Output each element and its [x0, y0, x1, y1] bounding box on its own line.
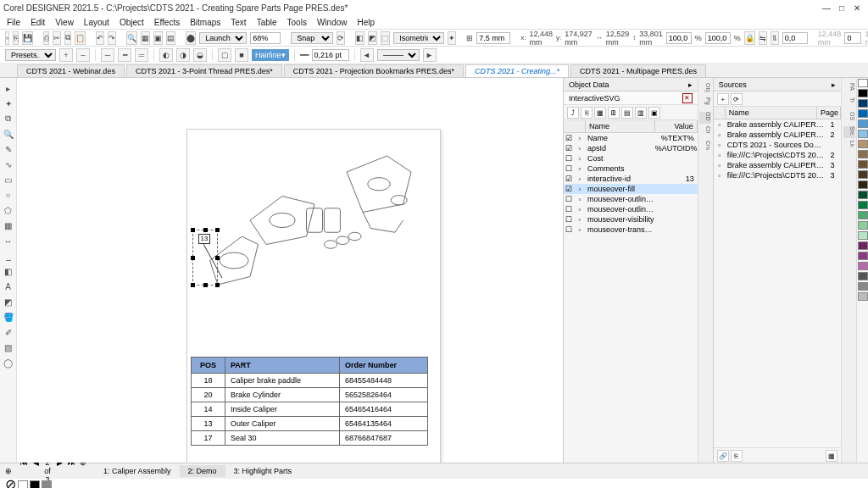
line-pattern[interactable]: ────	[377, 49, 420, 61]
src-refresh-icon[interactable]: ⟳	[731, 93, 743, 105]
color-swatch[interactable]	[858, 150, 868, 158]
table-row[interactable]: 13Outer Caliper65464135464	[192, 417, 428, 431]
no-color-icon[interactable]: ⊘	[5, 476, 16, 488]
object-data-row[interactable]: ☑ ▫ Name %TEXT%	[564, 133, 698, 143]
panel-close-icon[interactable]: ▸	[688, 80, 693, 89]
n1-input[interactable]	[844, 32, 861, 44]
object-data-row[interactable]: ☐ ▫ mouseover-outline-width	[564, 204, 698, 214]
object-data-row[interactable]: ☑ ▫ interactive-id 13	[564, 174, 698, 184]
menu-table[interactable]: Table	[257, 18, 277, 27]
tool-b-icon[interactable]: ▣	[153, 31, 163, 45]
presets-dropdown[interactable]: Presets...	[5, 49, 56, 61]
undo-icon[interactable]: ↶	[96, 31, 104, 45]
callout-tool-icon[interactable]: ◧	[2, 264, 15, 278]
docker-color[interactable]: Clr	[699, 126, 711, 138]
launch-dropdown[interactable]: Launch	[199, 32, 247, 44]
redo-icon[interactable]: ↷	[108, 31, 116, 45]
arrow-end-icon[interactable]: ►	[423, 48, 437, 62]
color-swatch[interactable]	[42, 480, 52, 489]
color-swatch[interactable]	[858, 180, 868, 189]
color-swatch[interactable]	[858, 170, 868, 179]
open-icon[interactable]: ⎘	[13, 31, 19, 45]
fill-solid-icon[interactable]: ■	[235, 48, 248, 62]
record-icon[interactable]: ⬤	[186, 31, 196, 45]
menu-layout[interactable]: Layout	[84, 18, 109, 27]
field-value[interactable]: 13	[655, 175, 698, 183]
menu-view[interactable]: View	[55, 18, 74, 27]
color-swatch[interactable]	[858, 211, 868, 219]
object-data-row[interactable]: ☐ ▫ mouseover-visibility	[564, 214, 698, 225]
arrow-start-icon[interactable]: ◄	[360, 48, 374, 62]
od-tool-4-icon[interactable]: 🗓	[608, 107, 620, 119]
zoom-input[interactable]	[250, 32, 281, 44]
refresh-icon[interactable]: ⟳	[337, 31, 345, 45]
color-swatch[interactable]	[858, 140, 868, 148]
checkbox[interactable]: ☑	[564, 144, 574, 152]
crop-tool-icon[interactable]: ⧉	[2, 112, 15, 125]
add-page-icon[interactable]: ⊕	[5, 467, 12, 475]
object-data-row[interactable]: ☐ ▫ Cost	[564, 153, 698, 164]
connector-tool-icon[interactable]: ⎯	[2, 249, 15, 263]
source-row[interactable]: ▫ Brake assembly CALIPER LIST.xls 2	[714, 130, 841, 140]
od-tool-6-icon[interactable]: ▥	[635, 107, 647, 119]
docker-projected-axes[interactable]: PA	[843, 83, 855, 95]
object-data-row[interactable]: ☐ ▫ Comments	[564, 164, 698, 174]
document-tab[interactable]: CDTS 2021 - Webinar.des	[17, 64, 125, 77]
rectangle-tool-icon[interactable]: ▭	[2, 173, 15, 186]
paste-icon[interactable]: 📋	[75, 31, 86, 45]
flip-h-icon[interactable]: ⇋	[759, 31, 767, 45]
document-tab[interactable]: CDTS 2021 - Multipage PRES.des	[570, 64, 706, 77]
line-style-2-icon[interactable]: ━	[118, 48, 131, 62]
maximize-button[interactable]: □	[834, 3, 849, 13]
field-value[interactable]: %TEXT%	[655, 134, 698, 142]
line-style-3-icon[interactable]: ═	[135, 48, 148, 62]
docker-links[interactable]: Lk	[843, 141, 855, 152]
color-swatch[interactable]	[858, 130, 868, 138]
page-tab[interactable]: 3: Highlight Parts	[225, 465, 301, 477]
page-tab[interactable]: 2: Demo	[180, 465, 225, 477]
color-swatch[interactable]	[858, 241, 868, 250]
cap-2-icon[interactable]: ◑	[176, 48, 190, 62]
callout-icon[interactable]: ◧	[355, 31, 364, 45]
freehand-tool-icon[interactable]: ✎	[2, 142, 15, 156]
color-swatch[interactable]	[858, 191, 868, 199]
del-preset-icon[interactable]: –	[76, 48, 90, 62]
new-icon[interactable]: ▫	[5, 31, 9, 45]
checkbox[interactable]: ☐	[564, 205, 574, 214]
angle-input[interactable]	[782, 32, 808, 44]
color-swatch[interactable]	[858, 119, 868, 128]
canvas[interactable]: 13 POSPARTOrder Number 18Caliper brake p…	[17, 78, 563, 463]
table-row[interactable]: 20Brake Cylinder56525826464	[192, 388, 428, 402]
table-tool-icon[interactable]: ▦	[2, 219, 15, 232]
table-row[interactable]: 17Seal 3068766847687	[192, 431, 428, 446]
checkbox[interactable]: ☐	[564, 154, 574, 163]
copy-icon[interactable]: ⧉	[64, 31, 71, 45]
fill-tool-icon[interactable]: 🪣	[2, 310, 15, 324]
color-swatch[interactable]	[858, 160, 868, 169]
color-swatch[interactable]	[858, 79, 868, 87]
cube-icon[interactable]: ⬚	[381, 31, 390, 45]
od-tool-3-icon[interactable]: ▦	[594, 107, 606, 119]
docker-object-styles[interactable]: OS	[843, 112, 855, 124]
minimize-button[interactable]: —	[819, 3, 834, 13]
page-tab[interactable]: 1: Caliper Assembly	[95, 465, 180, 477]
src-link-icon[interactable]: 🔗	[717, 450, 729, 462]
src-add-icon[interactable]: +	[717, 93, 729, 105]
eyedropper-tool-icon[interactable]: ✐	[2, 325, 15, 339]
document-tab[interactable]: CDTS 2021 - 3-Point Thread PRES.des*	[126, 64, 282, 77]
color-swatch[interactable]	[858, 221, 868, 230]
color-swatch[interactable]	[858, 292, 868, 301]
projection-dropdown[interactable]: Isometric (...	[393, 32, 444, 44]
od-tool-5-icon[interactable]: ▤	[621, 107, 633, 119]
sources-grid[interactable]: ▫ Brake assembly CALIPER LIST.xls 1▫ Bra…	[714, 119, 841, 284]
close-button[interactable]: ✕	[849, 3, 865, 13]
checkbox[interactable]: ☐	[564, 195, 574, 203]
document-tab[interactable]: CDTS 2021 - Creating...*	[465, 64, 569, 77]
color-palette[interactable]	[856, 78, 868, 463]
color-swatch[interactable]	[858, 252, 868, 260]
table-row[interactable]: 14Inside Caliper65465416464	[192, 402, 428, 417]
text-tool-icon[interactable]: A	[2, 280, 15, 293]
transparency-tool-icon[interactable]: ▨	[2, 341, 15, 354]
save-icon[interactable]: 💾	[22, 31, 33, 45]
menu-file[interactable]: File	[7, 18, 20, 27]
